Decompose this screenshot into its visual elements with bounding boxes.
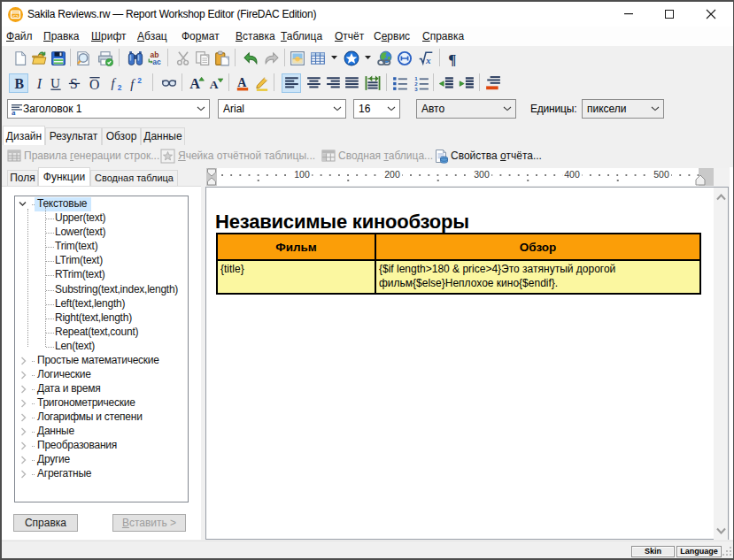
svg-text:<>: <> <box>12 13 19 19</box>
svg-text:O: O <box>89 77 99 91</box>
svg-text:3: 3 <box>414 87 418 91</box>
svg-text:ac: ac <box>152 58 161 66</box>
svg-text:A: A <box>237 75 247 89</box>
svg-text:f: f <box>130 77 135 91</box>
svg-text:a: a <box>12 108 16 116</box>
svg-text:2: 2 <box>118 83 122 91</box>
svg-text:2: 2 <box>137 76 142 85</box>
svg-text:¶: ¶ <box>448 51 456 66</box>
svg-text:A: A <box>210 78 219 91</box>
svg-text:f: f <box>111 76 116 90</box>
svg-text:B: B <box>14 76 24 91</box>
svg-text:A: A <box>189 75 200 91</box>
svg-text:I: I <box>36 76 42 91</box>
svg-text:U: U <box>50 75 60 90</box>
svg-text:x: x <box>425 55 431 65</box>
